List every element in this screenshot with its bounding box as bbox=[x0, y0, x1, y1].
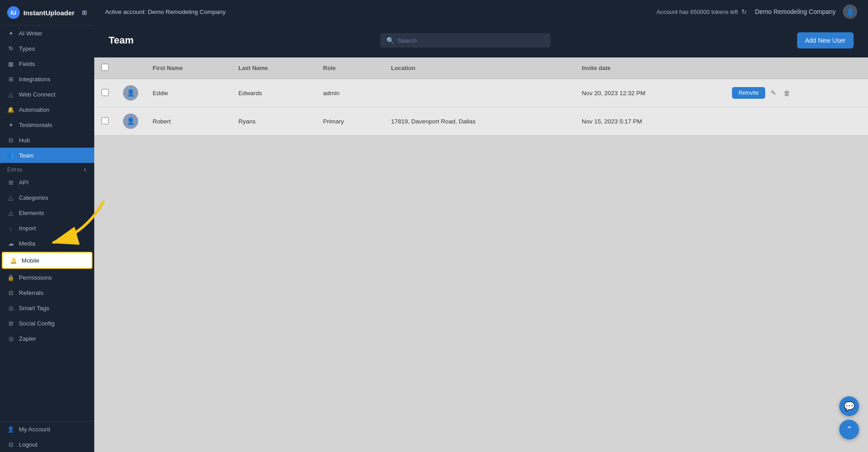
refresh-icon[interactable]: ↻ bbox=[741, 8, 748, 15]
elements-icon: △ bbox=[7, 209, 14, 216]
tokens-label: Account has 650000 tokens left bbox=[657, 9, 738, 15]
smart-tags-icon: ◎ bbox=[7, 304, 14, 312]
sidebar-label-zapier: Zapier bbox=[19, 335, 36, 342]
row-checkbox-cell bbox=[94, 107, 116, 136]
mobile-icon: 🔔 bbox=[10, 257, 17, 264]
sidebar-nav: ✦ AI Writer Tr Types ▦ Fields ⊞ Integrat… bbox=[0, 26, 94, 421]
col-avatar bbox=[116, 57, 145, 79]
row-first-name: Eddie bbox=[145, 79, 231, 107]
sidebar-item-zapier[interactable]: ◎ Zapier bbox=[0, 331, 94, 346]
sidebar-item-my-account[interactable]: 👤 My Account bbox=[0, 421, 94, 437]
select-all-checkbox[interactable] bbox=[101, 64, 109, 71]
sidebar-item-hub[interactable]: ⊟ Hub bbox=[0, 132, 94, 148]
sidebar-label-referrals: Referrals bbox=[19, 290, 44, 296]
col-first-name: First Name bbox=[145, 57, 231, 79]
sidebar-label-media: Media bbox=[19, 240, 35, 247]
sidebar-item-categories[interactable]: △ Categories bbox=[0, 190, 94, 205]
testimonials-icon: ✦ bbox=[7, 121, 14, 128]
pin-icon[interactable]: ⊞ bbox=[82, 9, 87, 16]
sidebar-item-import[interactable]: ↓ Import bbox=[0, 220, 94, 236]
row-location bbox=[384, 79, 574, 107]
sidebar-label-api: API bbox=[19, 179, 29, 186]
active-account-label: Active account: Demo Remodeling Company bbox=[105, 9, 226, 15]
avatar: 👤 bbox=[123, 114, 138, 129]
col-role: Role bbox=[316, 57, 384, 79]
sidebar-item-logout[interactable]: ⊟ Logout bbox=[0, 437, 94, 452]
col-last-name: Last Name bbox=[231, 57, 316, 79]
tokens-info: Account has 650000 tokens left ↻ bbox=[657, 8, 748, 15]
integrations-icon: ⊞ bbox=[7, 75, 14, 83]
sidebar-item-elements[interactable]: △ Elements bbox=[0, 205, 94, 220]
search-icon: 🔍 bbox=[386, 37, 394, 44]
sidebar-label-logout: Logout bbox=[19, 441, 37, 448]
import-icon: ↓ bbox=[7, 224, 14, 232]
scroll-top-button[interactable]: ⌃ bbox=[839, 420, 859, 439]
sidebar-item-referrals[interactable]: ⊟ Referrals bbox=[0, 285, 94, 300]
search-input[interactable] bbox=[398, 37, 544, 44]
chat-button[interactable]: 💬 bbox=[839, 396, 859, 416]
col-invite-date: Invite date bbox=[574, 57, 725, 79]
sidebar-label-hub: Hub bbox=[19, 137, 30, 144]
sidebar-item-permissions[interactable]: 🔒 Permissions bbox=[0, 270, 94, 285]
sidebar-item-testimonials[interactable]: ✦ Testimonials bbox=[0, 117, 94, 132]
sidebar-item-integrations[interactable]: ⊞ Integrations bbox=[0, 71, 94, 87]
fields-icon: ▦ bbox=[7, 60, 14, 67]
main-area: Active account: Demo Remodeling Company … bbox=[94, 0, 868, 452]
team-icon: 👥 bbox=[7, 152, 14, 159]
sidebar-item-ai-writer[interactable]: ✦ AI Writer bbox=[0, 26, 94, 41]
sidebar-item-types[interactable]: Tr Types bbox=[0, 41, 94, 56]
sidebar-label-smart-tags: Smart Tags bbox=[19, 305, 49, 312]
row-role: admin bbox=[316, 79, 384, 107]
sidebar-item-automation[interactable]: 🔔 Automation bbox=[0, 102, 94, 117]
row-checkbox[interactable] bbox=[101, 89, 109, 96]
table-row: 👤 Eddie Edwards admin Nov 20, 2023 12:32… bbox=[94, 79, 868, 107]
user-avatar: 👤 bbox=[843, 4, 857, 19]
sidebar-label-web-connect: Web Connect bbox=[19, 91, 56, 98]
automation-icon: 🔔 bbox=[7, 106, 14, 113]
sidebar-item-mobile[interactable]: 🔔 Mobile bbox=[2, 252, 92, 269]
row-last-name: Ryans bbox=[231, 107, 316, 136]
categories-icon: △ bbox=[7, 194, 14, 201]
edit-icon[interactable]: ✎ bbox=[769, 87, 778, 99]
hub-icon: ⊟ bbox=[7, 136, 14, 144]
row-checkbox[interactable] bbox=[101, 117, 109, 124]
sidebar-label-integrations: Integrations bbox=[19, 76, 51, 83]
row-actions-cell: Reinvite ✎ 🗑 bbox=[725, 79, 868, 107]
sidebar-item-fields[interactable]: ▦ Fields bbox=[0, 56, 94, 71]
topbar-right: Account has 650000 tokens left ↻ Demo Re… bbox=[657, 4, 857, 19]
sidebar-label-testimonials: Testimonials bbox=[19, 122, 52, 128]
sidebar-item-team[interactable]: 👥 Team bbox=[0, 148, 94, 163]
col-actions bbox=[725, 57, 868, 79]
sidebar-item-smart-tags[interactable]: ◎ Smart Tags bbox=[0, 300, 94, 316]
team-table: First Name Last Name Role Location Invit… bbox=[94, 57, 868, 136]
reinvite-button[interactable]: Reinvite bbox=[732, 87, 765, 99]
sidebar-item-media[interactable]: ☁ Media bbox=[0, 236, 94, 251]
col-location: Location bbox=[384, 57, 574, 79]
sidebar-bottom: 👤 My Account ⊟ Logout bbox=[0, 421, 94, 452]
actions-cell: Reinvite ✎ 🗑 bbox=[732, 87, 861, 99]
extras-section[interactable]: Extras ∧ bbox=[0, 163, 94, 175]
sidebar-item-social-config[interactable]: ⊞ Social Config bbox=[0, 316, 94, 331]
sidebar-label-import: Import bbox=[19, 225, 36, 232]
web-connect-icon: △ bbox=[7, 91, 14, 98]
sidebar-label-mobile: Mobile bbox=[22, 257, 39, 264]
sidebar-label-elements: Elements bbox=[19, 210, 44, 216]
sidebar-item-web-connect[interactable]: △ Web Connect bbox=[0, 87, 94, 102]
search-bar[interactable]: 🔍 bbox=[380, 33, 551, 48]
zapier-icon: ◎ bbox=[7, 335, 14, 342]
add-user-button[interactable]: Add New User bbox=[797, 32, 854, 48]
sidebar-logo[interactable]: IU InstantUploader ⊞ bbox=[0, 0, 94, 26]
col-checkbox bbox=[94, 57, 116, 79]
table-body: 👤 Eddie Edwards admin Nov 20, 2023 12:32… bbox=[94, 79, 868, 136]
delete-icon[interactable]: 🗑 bbox=[782, 88, 792, 99]
extras-collapse-icon: ∧ bbox=[83, 167, 87, 173]
sidebar-item-api[interactable]: ⊞ API bbox=[0, 175, 94, 190]
row-last-name: Edwards bbox=[231, 79, 316, 107]
table-container: First Name Last Name Role Location Invit… bbox=[94, 57, 868, 452]
logo-icon: IU bbox=[7, 6, 20, 19]
row-invite-date: Nov 20, 2023 12:32 PM bbox=[574, 79, 725, 107]
company-name: Demo Remodeling Company bbox=[755, 8, 836, 15]
logout-icon: ⊟ bbox=[7, 441, 14, 448]
referrals-icon: ⊟ bbox=[7, 289, 14, 296]
extras-label: Extras bbox=[7, 167, 22, 173]
